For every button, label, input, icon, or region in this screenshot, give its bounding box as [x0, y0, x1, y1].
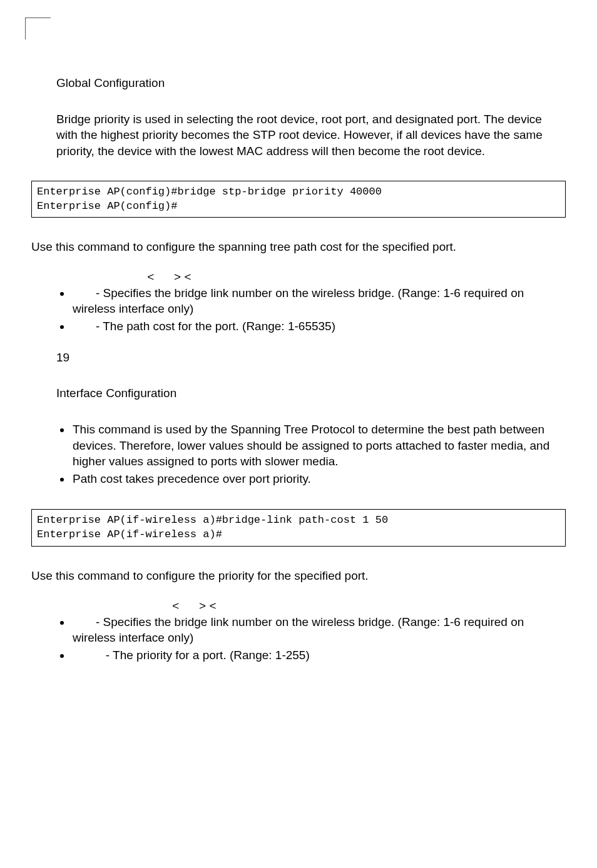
code-block-pathcost: Enterprise AP(if-wireless a)#bridge-link…	[31, 509, 566, 547]
priority-bullet-priority: - The priority for a port. (Range: 1-255…	[71, 647, 559, 664]
pathcost-syntax: < > <	[144, 269, 559, 285]
command-mode-top: Global Configuration	[56, 75, 559, 91]
pathcost-note-2: Path cost takes precedence over port pri…	[71, 471, 559, 487]
pathcost-notes-list: This command is used by the Spanning Tre…	[71, 421, 559, 487]
description-top: Bridge priority is used in selecting the…	[56, 111, 559, 159]
corner-mark	[25, 18, 51, 39]
pathcost-command-mode: Interface Configuration	[56, 385, 559, 401]
pathcost-bullet-cost: - The path cost for the port. (Range: 1-…	[71, 318, 559, 335]
priority-syntax: < > <	[169, 598, 559, 614]
code-block-top: Enterprise AP(config)#bridge stp-bridge …	[31, 181, 566, 218]
priority-syntax-list: - Specifies the bridge link number on th…	[71, 614, 559, 664]
pathcost-default: 19	[56, 350, 559, 366]
pathcost-syntax-list: - Specifies the bridge link number on th…	[71, 285, 559, 335]
pathcost-bullet-index: - Specifies the bridge link number on th…	[71, 285, 559, 317]
pathcost-intro: Use this command to configure the spanni…	[31, 239, 566, 255]
priority-intro: Use this command to configure the priori…	[31, 568, 566, 584]
priority-bullet-index: - Specifies the bridge link number on th…	[71, 614, 559, 646]
pathcost-note-1: This command is used by the Spanning Tre…	[71, 421, 559, 470]
